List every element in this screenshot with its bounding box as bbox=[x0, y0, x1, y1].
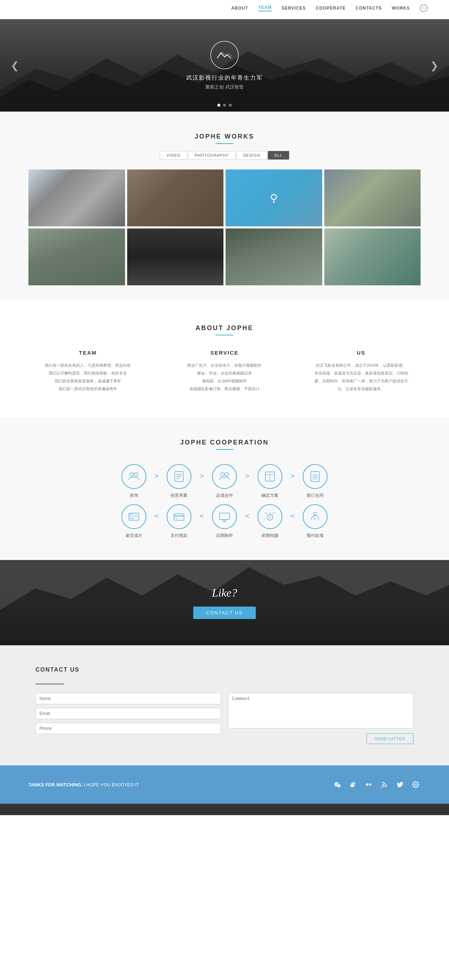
flickr-icon[interactable] bbox=[364, 780, 374, 789]
work-item-2[interactable]: ⚲ bbox=[127, 170, 224, 226]
coop-icon-draft bbox=[167, 464, 192, 489]
svg-rect-20 bbox=[174, 514, 184, 520]
coop-item-shoot: 前期拍摄 bbox=[252, 504, 288, 539]
hero-dot-2[interactable] bbox=[223, 104, 226, 107]
coop-item-consult: 咨询 bbox=[116, 464, 152, 498]
filter-video[interactable]: VIDEO bbox=[160, 151, 187, 159]
coop-arrow-1: > bbox=[152, 472, 162, 480]
coop-underline bbox=[216, 449, 233, 450]
contact-underline bbox=[35, 684, 64, 684]
nav-cooperate[interactable]: COOPERATE bbox=[316, 6, 346, 11]
works-title: JOPHE WORKS bbox=[29, 133, 420, 140]
coop-item-payment: 支付尾款 bbox=[161, 504, 197, 539]
about-service-text: 商业广告片、企业宣传片、专题片视频制作 聚会、毕业、企业庆典视频记录 微电影、企… bbox=[165, 361, 284, 393]
work-item-3[interactable]: ⚲ bbox=[225, 170, 322, 226]
svg-point-3 bbox=[134, 473, 138, 476]
coop-label-payment: 支付尾款 bbox=[170, 533, 187, 539]
work-item-8[interactable]: ⚲ bbox=[324, 229, 421, 285]
svg-rect-24 bbox=[222, 520, 227, 520]
footer-normal: I HOPE YOU ENJOYED IT bbox=[84, 782, 139, 788]
send-button[interactable]: SEND LATTER bbox=[366, 733, 414, 744]
contact-us-button[interactable]: CONTACT US bbox=[193, 606, 255, 619]
coop-label-shoot: 前期拍摄 bbox=[262, 533, 279, 539]
wechat-icon[interactable] bbox=[333, 780, 343, 789]
svg-rect-23 bbox=[219, 513, 230, 520]
svg-point-9 bbox=[225, 473, 228, 476]
nav-contacts[interactable]: CONTACTS bbox=[355, 6, 382, 11]
svg-rect-17 bbox=[130, 514, 133, 519]
coop-icon-postprod bbox=[212, 504, 237, 529]
comment-textarea[interactable] bbox=[228, 693, 414, 729]
svg-point-8 bbox=[221, 473, 224, 476]
coop-item-deliver: 递交成片 bbox=[116, 504, 152, 539]
coop-icon-deliver bbox=[122, 504, 146, 529]
work-item-1[interactable]: ⚲ bbox=[29, 170, 125, 226]
svg-point-28 bbox=[269, 516, 271, 519]
nav-works[interactable]: WORKS bbox=[392, 6, 410, 11]
work-item-6[interactable]: ⚲ bbox=[127, 229, 224, 285]
nav-team[interactable]: TEAM bbox=[258, 5, 272, 11]
nav-circle-icon[interactable]: ⊙ bbox=[420, 4, 428, 12]
svg-point-2 bbox=[130, 473, 133, 476]
work-item-4[interactable]: ⚲ bbox=[324, 170, 421, 226]
coop-label-postprod: 后期制作 bbox=[216, 533, 233, 539]
coop-label-contract: 签订合同 bbox=[306, 493, 324, 498]
hero-dot-3[interactable] bbox=[229, 104, 232, 107]
contact-form: SEND LATTER bbox=[35, 693, 414, 744]
svg-point-33 bbox=[366, 783, 369, 786]
hero-next-arrow[interactable]: ❯ bbox=[430, 60, 438, 72]
svg-marker-31 bbox=[0, 567, 449, 645]
contact-right-fields: SEND LATTER bbox=[228, 693, 414, 744]
about-col-service: SERVICE 商业广告片、企业宣传片、专题片视频制作 聚会、毕业、企业庆典视频… bbox=[165, 350, 284, 393]
coop-arrow-7: < bbox=[242, 512, 252, 520]
rss-icon[interactable] bbox=[379, 780, 389, 789]
work-item-5[interactable]: ⚲ bbox=[29, 229, 125, 285]
navigation: ABOUT TEAM SERVICES COOPERATE CONTACTS W… bbox=[0, 0, 449, 17]
about-team-title: TEAM bbox=[29, 350, 148, 356]
coop-item-deposit: $ 预付款项 bbox=[297, 504, 333, 539]
name-input[interactable] bbox=[35, 693, 221, 704]
coop-title: JOPHE COOPERATION bbox=[29, 439, 420, 446]
filter-photography[interactable]: PHOTOGRAPHY bbox=[188, 151, 235, 159]
contact-title: CONTACT US bbox=[35, 667, 414, 673]
work-item-7[interactable]: ⚲ bbox=[225, 229, 322, 285]
about-us-title: US bbox=[301, 350, 420, 356]
svg-rect-13 bbox=[311, 471, 319, 482]
coop-arrow-3: > bbox=[242, 472, 252, 480]
nav-about[interactable]: ABOUT bbox=[231, 6, 248, 11]
filter-design[interactable]: DESIGN bbox=[236, 151, 267, 159]
twitter-icon[interactable] bbox=[395, 780, 405, 789]
nav-services[interactable]: SERVICES bbox=[282, 6, 306, 11]
work-search-icon-3: ⚲ bbox=[270, 192, 278, 204]
hero-prev-arrow[interactable]: ❮ bbox=[11, 60, 19, 72]
coop-arrow-4: > bbox=[288, 472, 298, 480]
like-mountains bbox=[0, 560, 449, 645]
coop-label-deliver: 递交成片 bbox=[125, 533, 143, 539]
settings-icon[interactable] bbox=[411, 780, 420, 789]
about-col-team: TEAM 我们有一群知名系的人，只是怀揣梦想、坚定向前 我们认不懈利是胜，我们热… bbox=[29, 350, 148, 393]
weibo-icon[interactable] bbox=[348, 780, 358, 789]
phone-input[interactable] bbox=[35, 723, 221, 734]
svg-text:$: $ bbox=[314, 517, 316, 520]
works-filters: VIDEO PHOTOGRAPHY DESIGN ALL bbox=[29, 151, 420, 159]
coop-row-1: 咨询 > 创意草案 > 达成合作 > 确定方案 > 签订 bbox=[29, 464, 420, 498]
footer-bold: TANKS FOR WATCHING. bbox=[29, 782, 83, 788]
email-input[interactable] bbox=[35, 708, 221, 719]
filter-all[interactable]: ALL bbox=[268, 151, 289, 159]
coop-icon-deposit: $ bbox=[303, 504, 327, 529]
coop-label-consult: 咨询 bbox=[130, 493, 138, 498]
works-title-underline bbox=[216, 143, 233, 144]
hero-dot-1[interactable] bbox=[217, 104, 220, 107]
coop-icon-cooperate bbox=[212, 464, 237, 489]
nav-links: ABOUT TEAM SERVICES COOPERATE CONTACTS W… bbox=[231, 4, 428, 12]
coop-icon-consult bbox=[122, 464, 146, 489]
cooperation-section: JOPHE COOPERATION 咨询 > 创意草案 > 达成合作 > bbox=[0, 417, 449, 560]
coop-label-deposit: 预付款项 bbox=[306, 533, 324, 539]
work-search-icon-2: ⚲ bbox=[171, 192, 179, 204]
coop-item-cooperate: 达成合作 bbox=[207, 464, 242, 498]
svg-rect-22 bbox=[176, 518, 178, 519]
coop-icon-contract bbox=[303, 464, 327, 489]
about-columns: TEAM 我们有一群知名系的人，只是怀揣梦想、坚定向前 我们认不懈利是胜，我们热… bbox=[29, 350, 420, 393]
contact-section: CONTACT US SEND LATTER bbox=[0, 645, 449, 765]
hero-title: 武汉影视行业的年青生力军 bbox=[186, 74, 263, 82]
